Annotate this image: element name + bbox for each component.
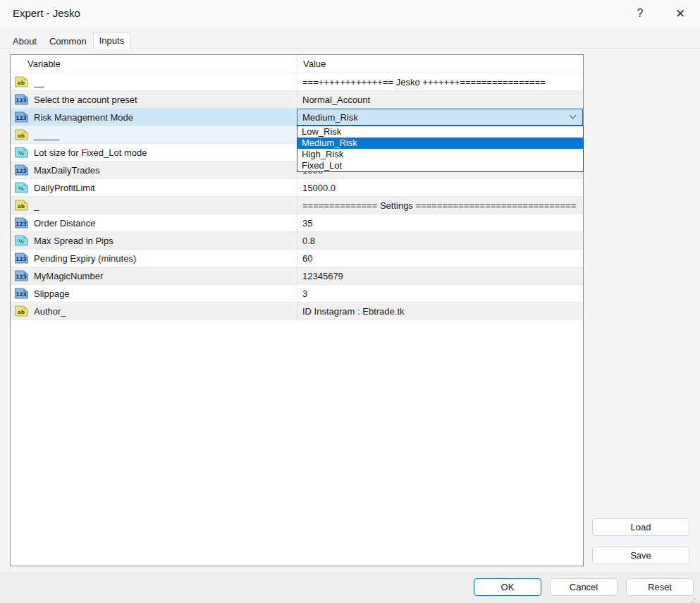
variable-label: Risk Management Mode xyxy=(34,112,133,123)
variable-label: Slippage xyxy=(34,288,70,299)
integer-type-icon: 123 xyxy=(15,164,28,176)
svg-text:123: 123 xyxy=(16,256,27,262)
value-cell[interactable]: ============== Settings ================… xyxy=(297,197,583,214)
cancel-button[interactable]: Cancel xyxy=(550,578,618,596)
svg-text:123: 123 xyxy=(16,168,27,174)
close-icon: ✕ xyxy=(675,6,685,21)
integer-type-icon: 123 xyxy=(15,111,28,123)
variable-cell: ab _ xyxy=(11,197,297,214)
reset-button[interactable]: Reset xyxy=(626,578,694,596)
table-row-selected[interactable]: 123 Risk Management Mode Medium_Risk xyxy=(11,109,583,126)
variable-cell: 123 MaxDailyTrades xyxy=(11,162,297,178)
variable-cell: 123 MyMagicNumber xyxy=(11,267,297,284)
close-button[interactable]: ✕ xyxy=(669,3,692,24)
ok-button[interactable]: OK xyxy=(474,578,541,596)
svg-text:½: ½ xyxy=(18,238,24,245)
variable-label: __ xyxy=(34,77,44,87)
string-type-icon: ab xyxy=(15,76,28,87)
integer-type-icon: 123 xyxy=(15,217,28,229)
variable-label: Select the account preset xyxy=(34,95,137,105)
dropdown-option-selected[interactable]: Medium_Risk xyxy=(297,138,583,149)
value-cell: Medium_Risk xyxy=(297,109,583,126)
value-cell[interactable]: 3 xyxy=(297,285,583,302)
svg-text:ab: ab xyxy=(18,203,25,209)
table-row[interactable]: 123 Order Distance 35 xyxy=(11,214,583,232)
column-header-variable[interactable]: Variable xyxy=(11,55,297,73)
variable-cell: ab Author_ xyxy=(11,303,297,319)
svg-text:½: ½ xyxy=(18,150,24,157)
integer-type-icon: 123 xyxy=(15,94,28,105)
variable-label: _____ xyxy=(34,130,59,140)
svg-text:123: 123 xyxy=(16,221,27,227)
tabstrip: About Common Inputs xyxy=(6,32,130,49)
window-title: Expert - Jesko xyxy=(13,0,80,27)
table-header: Variable Value xyxy=(11,55,583,73)
value-cell[interactable]: 12345679 xyxy=(297,267,583,284)
tab-inputs[interactable]: Inputs xyxy=(93,32,130,49)
variable-label: MaxDailyTrades xyxy=(34,165,99,176)
dropdown-option[interactable]: High_Risk xyxy=(297,149,583,160)
value-cell[interactable]: ID Instagram : Ebtrade.tk xyxy=(297,303,583,319)
table-row[interactable]: ab _ ============== Settings ===========… xyxy=(11,197,583,214)
svg-text:½: ½ xyxy=(18,185,24,192)
value-cell[interactable]: 60 xyxy=(297,250,583,267)
dropdown-option[interactable]: Fixed_Lot xyxy=(297,160,583,171)
string-type-icon: ab xyxy=(15,129,28,140)
dropdown-popup: Low_Risk Medium_Risk High_Risk Fixed_Lot xyxy=(297,126,584,172)
variable-cell: ½ Max Spread in Pips xyxy=(11,232,297,249)
variable-label: _ xyxy=(34,200,39,211)
load-button[interactable]: Load xyxy=(592,518,689,536)
svg-text:123: 123 xyxy=(16,115,27,121)
table-row[interactable]: ab __ ===++++++++++++== Jesko +++++++===… xyxy=(11,73,583,91)
variable-cell: ½ Lot size for Fixed_Lot mode xyxy=(11,144,297,161)
string-type-icon: ab xyxy=(15,200,28,211)
variable-label: Max Spread in Pips xyxy=(34,236,113,246)
save-button[interactable]: Save xyxy=(592,547,689,564)
integer-type-icon: 123 xyxy=(15,252,28,264)
integer-type-icon: 123 xyxy=(15,288,28,299)
table-row[interactable]: ½ DailyProfitLimit 15000.0 xyxy=(11,179,583,197)
variable-cell: ½ DailyProfitLimit xyxy=(11,179,297,196)
value-cell[interactable]: 15000.0 xyxy=(297,179,583,196)
table-row[interactable]: ½ Max Spread in Pips 0.8 xyxy=(11,232,583,250)
value-cell[interactable]: Normal_Account xyxy=(297,91,583,108)
tab-common[interactable]: Common xyxy=(43,34,93,49)
string-type-icon: ab xyxy=(15,305,28,317)
resize-grip[interactable] xyxy=(688,598,689,599)
table-row[interactable]: 123 Pending Expiry (minutes) 60 xyxy=(11,250,583,267)
value-cell[interactable]: ===++++++++++++== Jesko +++++++=========… xyxy=(297,73,583,90)
table-row[interactable]: ab Author_ ID Instagram : Ebtrade.tk xyxy=(11,303,583,320)
variable-cell: 123 Order Distance xyxy=(11,214,297,231)
titlebar[interactable]: Expert - Jesko ? ✕ xyxy=(0,0,700,27)
column-header-value[interactable]: Value xyxy=(297,55,583,73)
svg-text:123: 123 xyxy=(16,97,27,104)
svg-text:ab: ab xyxy=(18,133,25,139)
value-cell[interactable]: 0.8 xyxy=(297,232,583,249)
svg-text:123: 123 xyxy=(16,274,27,280)
variable-cell: 123 Risk Management Mode xyxy=(11,109,297,126)
variable-cell: ab __ xyxy=(11,73,297,90)
table-row[interactable]: 123 Slippage 3 xyxy=(11,285,583,303)
variable-cell: 123 Pending Expiry (minutes) xyxy=(11,250,297,267)
value-cell[interactable]: 35 xyxy=(297,214,583,231)
chevron-down-icon xyxy=(570,111,577,118)
variable-label: Author_ xyxy=(34,306,66,317)
variable-label: Order Distance xyxy=(34,218,95,229)
table-row[interactable]: 123 Select the account preset Normal_Acc… xyxy=(11,91,583,109)
help-button[interactable]: ? xyxy=(629,3,651,24)
double-type-icon: ½ xyxy=(15,182,28,193)
help-icon: ? xyxy=(637,7,644,20)
tab-about[interactable]: About xyxy=(6,34,43,49)
variable-label: Pending Expiry (minutes) xyxy=(34,253,136,264)
variable-cell: 123 Select the account preset xyxy=(11,91,297,108)
table-row[interactable]: 123 MyMagicNumber 12345679 xyxy=(11,267,583,285)
double-type-icon: ½ xyxy=(15,235,28,246)
expert-properties-dialog: Expert - Jesko ? ✕ About Common Inputs V… xyxy=(0,0,700,603)
risk-mode-combobox[interactable]: Medium_Risk xyxy=(297,109,583,126)
svg-text:123: 123 xyxy=(16,291,27,298)
double-type-icon: ½ xyxy=(15,147,28,158)
variable-label: MyMagicNumber xyxy=(34,271,103,281)
dropdown-option[interactable]: Low_Risk xyxy=(297,126,583,138)
variable-label: Lot size for Fixed_Lot mode xyxy=(34,147,147,158)
combobox-value: Medium_Risk xyxy=(302,112,358,123)
